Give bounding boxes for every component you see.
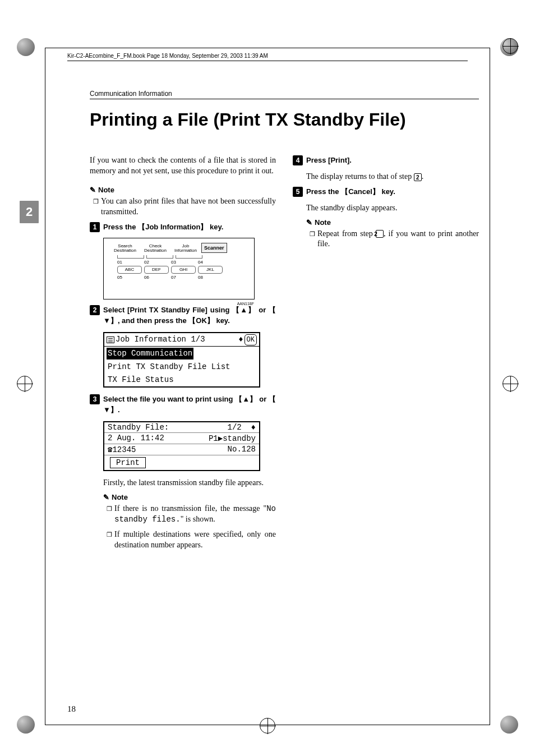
step-text: or: [256, 306, 269, 314]
body-text-part: The display returns to that of step: [306, 172, 414, 181]
divider: [67, 61, 468, 61]
ok-icon: OK: [245, 334, 257, 345]
note-heading: ✎ Note: [306, 218, 479, 227]
key-label: Job Information: [145, 223, 200, 231]
pencil-icon: ✎: [90, 186, 96, 194]
down-arrow-icon: ▼: [103, 316, 110, 326]
note-label: Note: [315, 218, 331, 227]
note-label: Note: [112, 493, 128, 501]
note-text: Repeat from step: [317, 229, 376, 238]
step-text: using: [207, 306, 232, 314]
step-text: .: [118, 405, 120, 414]
step-ref-icon: 2: [414, 173, 422, 181]
step-5: 5 Press the 【Cancel】 key.: [293, 187, 479, 197]
print-softkey: Print: [110, 457, 146, 468]
crop-globe-icon: [17, 716, 35, 734]
crosshair-icon: [502, 38, 518, 54]
right-column: 4 Press [Print]. The display returns to …: [293, 155, 479, 555]
lcd-title: Job Information 1/3: [116, 334, 237, 345]
down-arrow-icon: ▼: [103, 405, 110, 415]
lcd-row: Standby File: 1/2 ♦: [104, 422, 259, 433]
panel-tab-icon: [146, 255, 173, 259]
lcd-title-row: Job Information 1/3 ♦ OK: [104, 333, 259, 347]
panel-tab-icon: [176, 255, 202, 259]
step-text: Select: [103, 306, 127, 314]
lcd-row: Print: [104, 455, 259, 470]
panel-cell: 03: [171, 260, 196, 265]
lcd-screen-2: Standby File: 1/2 ♦ 2 Aug. 11:42 P1▶stan…: [103, 421, 260, 471]
updown-icon: ♦: [251, 423, 256, 432]
step-4: 4 Press [Print].: [293, 155, 479, 166]
up-arrow-icon: ▲: [240, 305, 247, 315]
lcd-value: No.128: [228, 445, 256, 454]
step-number-icon: 1: [90, 222, 100, 232]
panel-cell: 08: [198, 275, 223, 280]
lcd-page: 1/2: [228, 423, 242, 432]
panel-tab-icon: [117, 255, 144, 259]
lcd-row: 2 Aug. 11:42 P1▶standby: [104, 433, 259, 444]
book-header: Kir-C2-AEcombine_F_FM.book Page 18 Monda…: [67, 53, 268, 59]
left-column: If you want to check the contents of a f…: [90, 155, 276, 555]
step-text: Press the: [306, 187, 341, 196]
control-panel-illustration: Search Destination Check Destination Job…: [103, 238, 255, 299]
panel-cell: 05: [117, 275, 142, 280]
pencil-icon: ✎: [306, 218, 312, 227]
step-text: Press: [306, 156, 328, 164]
body-text-part: .: [422, 172, 424, 181]
lcd-screen-1: Job Information 1/3 ♦ OK Stop Communicat…: [103, 332, 260, 388]
chapter-tab: 2: [20, 201, 39, 223]
document-icon: [107, 336, 114, 343]
lcd-label: Standby File:: [108, 423, 169, 432]
panel-key: GHI: [171, 266, 196, 274]
note-text: " is shown.: [181, 515, 215, 523]
lcd-row: ☎12345 No.128: [104, 444, 259, 455]
step-text: key.: [380, 187, 395, 196]
body-text: The standby display appears.: [293, 203, 479, 214]
body-text: The display returns to that of step 2.: [293, 172, 479, 182]
panel-label: Check Destination: [141, 244, 170, 253]
key-label: OK: [196, 316, 207, 325]
step-1: 1 Press the 【Job Information】 key.: [90, 222, 276, 233]
note-item: ❒You can also print files that have not …: [90, 196, 276, 218]
key-label: Cancel: [348, 187, 372, 196]
step-text: key.: [214, 316, 230, 325]
panel-label: Job Information: [171, 244, 200, 253]
step-text: , and then press the: [118, 316, 188, 325]
page-number: 18: [67, 704, 76, 714]
step-text: key.: [207, 223, 223, 231]
crop-globe-icon: [500, 716, 518, 734]
step-text: [Print TX Standby File]: [127, 306, 207, 314]
step-number-icon: 5: [293, 187, 303, 197]
note-heading: ✎ Note: [103, 493, 276, 501]
note-item: ❒If there is no transmission file, the m…: [103, 504, 276, 525]
crop-globe-icon: [17, 38, 35, 56]
panel-cell: 02: [144, 260, 169, 265]
panel-key: DEF: [144, 266, 169, 274]
lcd-item: TX File Status: [104, 374, 259, 386]
page-title: Printing a File (Print TX Standby File): [90, 109, 479, 130]
updown-icon: ♦: [238, 334, 243, 345]
page-content: Communication Information Printing a Fil…: [90, 90, 479, 555]
body-text: Firstly, the latest transmission standby…: [90, 478, 276, 488]
lcd-value: ☎12345: [108, 445, 136, 454]
pencil-icon: ✎: [103, 493, 109, 501]
step-number-icon: 3: [90, 394, 100, 404]
intro-paragraph: If you want to check the contents of a f…: [90, 155, 276, 177]
panel-cell: 06: [144, 275, 169, 280]
panel-key: JKL: [198, 266, 223, 274]
step-number-icon: 4: [293, 155, 303, 165]
crosshair-icon: [502, 376, 518, 391]
step-text: .: [349, 156, 352, 164]
lcd-item-selected: Stop Communication: [107, 348, 193, 359]
step-text: or: [257, 395, 269, 403]
panel-label: Search Destination: [110, 244, 140, 253]
panel-cell: 01: [117, 260, 142, 265]
lcd-value: P1▶standby: [209, 434, 256, 443]
step-ref-icon: 2: [376, 230, 384, 238]
note-item: ❒Repeat from step 2, if you want to prin…: [306, 229, 479, 250]
lcd-value: 2 Aug. 11:42: [108, 434, 164, 443]
note-heading: ✎ Note: [90, 186, 276, 194]
note-label: Note: [98, 186, 114, 194]
note-item: ❒If multiple destinations were specified…: [103, 529, 276, 551]
crosshair-icon: [17, 376, 33, 391]
